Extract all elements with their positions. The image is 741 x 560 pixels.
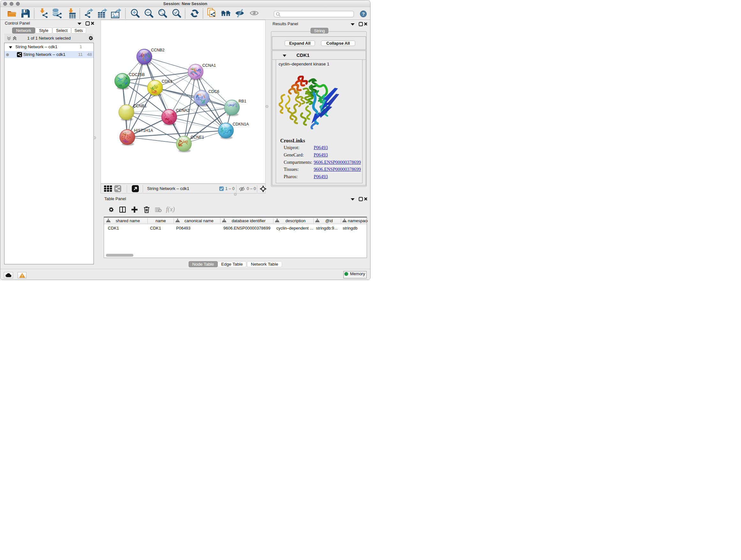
svg-text:CCNB2: CCNB2 bbox=[151, 48, 164, 52]
svg-text:CDK1: CDK1 bbox=[162, 79, 172, 84]
svg-text:HIST1H1A: HIST1H1A bbox=[134, 128, 153, 133]
svg-text:CCNA1: CCNA1 bbox=[202, 63, 216, 68]
svg-text:CDKN1A: CDKN1A bbox=[232, 122, 249, 126]
svg-text:CCNB1: CCNB1 bbox=[133, 104, 146, 108]
svg-text:RB1: RB1 bbox=[239, 99, 246, 104]
svg-text:CDC6: CDC6 bbox=[208, 89, 219, 94]
svg-text:CDC25B: CDC25B bbox=[129, 72, 145, 77]
svg-text:CCNA2: CCNA2 bbox=[176, 108, 189, 113]
svg-text:CCNE1: CCNE1 bbox=[191, 135, 204, 139]
